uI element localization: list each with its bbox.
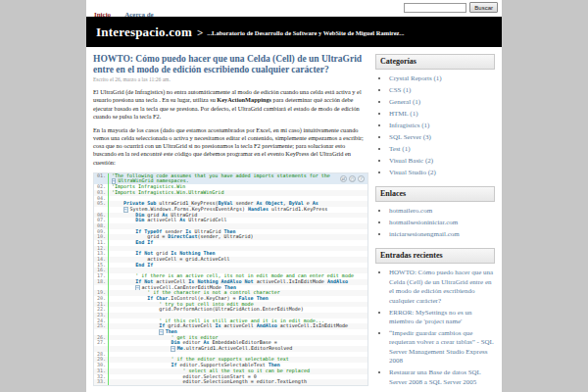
sidebar-list: Crystal Reports (1)CSS (1)General (1)HTM… <box>375 74 495 177</box>
list-item: CSS (1) <box>389 86 495 95</box>
list-item: hotmailsesioniniciar.com <box>389 219 495 227</box>
paragraph-bold-term: KeyActionMappings <box>217 96 271 103</box>
post-paragraph-1: El UltraGrid (de Infragistics) no entra … <box>93 88 368 121</box>
list-item: Visual Basic (2) <box>389 157 495 166</box>
search-button[interactable]: Buscar <box>469 2 498 13</box>
sidebar-section-enlaces: Enlaceshotmailero.comhotmailsesioninicia… <box>375 186 495 239</box>
sidebar-link[interactable]: SQL Server (3) <box>389 133 431 141</box>
list-item: Crystal Reports (1) <box>389 74 495 83</box>
list-item: Test (1) <box>389 145 495 154</box>
sidebar-list: hotmailero.comhotmailsesioniniciar.comin… <box>375 207 495 239</box>
content-area: HOWTO: Cómo puedo hacer que una Celda (C… <box>86 47 502 392</box>
sidebar-link[interactable]: “Impedir guardar cambios que requieran v… <box>389 329 494 365</box>
code-block: ⇄ ⎙ ? 01.'The following code assumes tha… <box>93 172 368 386</box>
sidebar-section-categorias: CategoríasCrystal Reports (1)CSS (1)Gene… <box>375 54 495 177</box>
list-item: HOWTO: Cómo puedo hacer que una Celda (C… <box>389 269 495 306</box>
sidebar: CategoríasCrystal Reports (1)CSS (1)Gene… <box>375 54 495 392</box>
post-title[interactable]: HOWTO: Cómo puedo hacer que una Celda (C… <box>93 54 368 74</box>
list-item: Restaurar una Base de datos SQL Server 2… <box>389 368 495 387</box>
code-line: 33.editor.SelectionLength = editor.TextL… <box>94 379 368 385</box>
sidebar-link[interactable]: Test (1) <box>389 145 410 153</box>
sidebar-section-title: Entradas recientes <box>375 248 495 264</box>
sidebar-list: HOWTO: Cómo puedo hacer que una Celda (C… <box>375 269 495 392</box>
search-input[interactable] <box>404 3 466 13</box>
sidebar-section-title: Categorías <box>375 54 495 70</box>
post-paragraph-2: En la mayoría de los casos (dado que est… <box>93 126 368 167</box>
list-item: General (1) <box>389 98 495 107</box>
list-item: “Impedir guardar cambios que requieran v… <box>389 329 495 367</box>
list-item: SQL Server (3) <box>389 133 495 142</box>
nav-tab-inicio[interactable]: Inicio <box>94 11 111 19</box>
sidebar-link[interactable]: HOWTO: Cómo puedo hacer que una Celda (C… <box>389 269 493 304</box>
list-item: ERROR: MySettings no es un miembro de 'p… <box>389 309 495 327</box>
sidebar-link[interactable]: Restaurar una Base de datos SQL Server 2… <box>389 368 481 385</box>
post-byline: Escrito el 26, marzo a las 11:26 am. <box>93 76 368 82</box>
sidebar-link[interactable]: Infragistics (1) <box>389 122 429 129</box>
help-icon[interactable]: ? <box>358 175 365 182</box>
search-area: Buscar <box>404 2 498 13</box>
print-icon[interactable]: ⎙ <box>349 175 356 182</box>
list-item: Infragistics (1) <box>389 122 495 130</box>
line-number: 33. <box>94 379 108 385</box>
site-title[interactable]: Interespacio.com <box>96 24 192 40</box>
title-separator-chevron: > <box>197 26 203 38</box>
top-nav-bar: InicioAcerca de Buscar <box>86 0 502 17</box>
article: HOWTO: Cómo puedo hacer que una Celda (C… <box>93 54 368 392</box>
page-column: InicioAcerca de Buscar Interespacio.com … <box>86 0 502 392</box>
sidebar-link[interactable]: iniciarsesionengmail.com <box>389 230 460 238</box>
sidebar-link[interactable]: Crystal Reports (1) <box>389 74 442 82</box>
sidebar-link[interactable]: hotmailsesioniniciar.com <box>389 219 458 226</box>
sidebar-link[interactable]: General (1) <box>389 98 420 106</box>
sidebar-link[interactable]: HTML (1) <box>389 110 417 118</box>
site-subtitle: ...Laboratorio de Desarrollo de Software… <box>207 29 404 36</box>
view-source-icon[interactable]: ⇄ <box>340 175 347 182</box>
code-lines: 01.'The following code assumes that you … <box>94 173 368 385</box>
sidebar-link[interactable]: CSS (1) <box>389 86 411 94</box>
sidebar-section-title: Enlaces <box>375 186 495 202</box>
list-item: iniciarsesionengmail.com <box>389 230 495 239</box>
site-header: Interespacio.com > ...Laboratorio de Des… <box>86 17 502 47</box>
sidebar-link[interactable]: ERROR: MySettings no es un miembro de 'p… <box>389 309 471 325</box>
list-item: HTML (1) <box>389 110 495 119</box>
nav-tab-acerca-de[interactable]: Acerca de <box>124 11 154 19</box>
sidebar-link[interactable]: hotmailero.com <box>389 207 432 215</box>
list-item: Visual Studio (2) <box>389 169 495 177</box>
sidebar-section-entradas-recientes: Entradas recientesHOWTO: Cómo puedo hace… <box>375 248 495 392</box>
sidebar-link[interactable]: Visual Basic (2) <box>389 157 433 165</box>
sidebar-link[interactable]: Visual Studio (2) <box>389 169 436 176</box>
code-toolbar: ⇄ ⎙ ? <box>340 175 365 182</box>
list-item: hotmailero.com <box>389 207 495 216</box>
nav-tabs: InicioAcerca de <box>94 3 168 21</box>
